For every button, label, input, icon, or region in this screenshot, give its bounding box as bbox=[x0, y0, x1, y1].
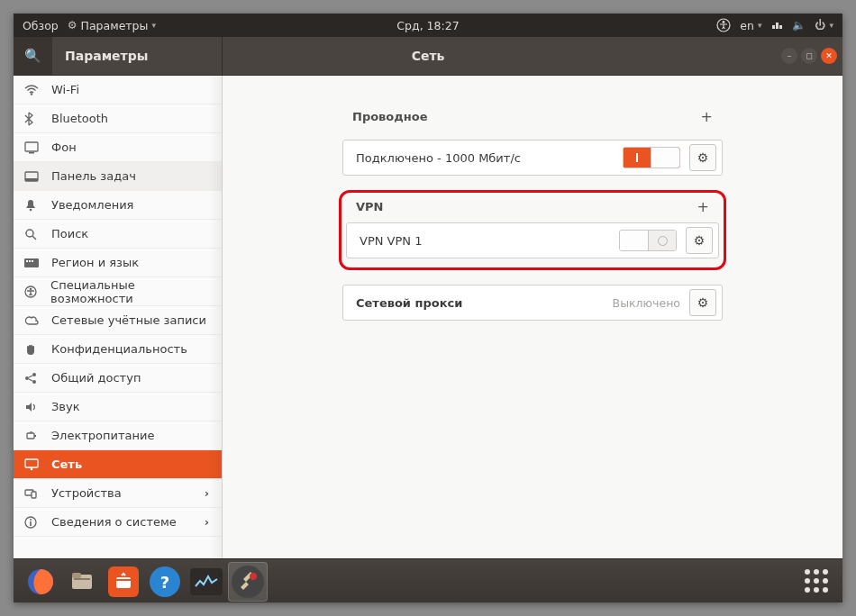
dock-show-applications[interactable] bbox=[805, 569, 830, 594]
system-menu-icon[interactable]: ⏻ bbox=[813, 20, 835, 31]
proxy-status: Выключено bbox=[613, 296, 680, 310]
clock[interactable]: Срд, 18:27 bbox=[396, 19, 459, 32]
a11y-status-icon[interactable] bbox=[715, 18, 733, 32]
sidebar-item-label: Сеть bbox=[51, 457, 82, 471]
sidebar-item-search[interactable]: Поиск bbox=[14, 220, 222, 249]
sidebar-item-devices[interactable]: Устройства › bbox=[14, 479, 222, 508]
sidebar-item-label: Специальные возможности bbox=[50, 278, 213, 305]
sidebar-item-privacy[interactable]: Конфиденциальность bbox=[14, 335, 222, 364]
hand-icon bbox=[24, 343, 41, 356]
vpn-section-title: VPN bbox=[356, 200, 383, 213]
sidebar-item-power[interactable]: Электропитание bbox=[14, 421, 222, 450]
svg-rect-6 bbox=[25, 178, 38, 181]
sidebar-item-online-accounts[interactable]: Сетевые учётные записи bbox=[14, 306, 222, 335]
network-status-icon[interactable] bbox=[769, 19, 785, 32]
sidebar-item-label: Регион и язык bbox=[51, 256, 139, 269]
sidebar-item-label: Фон bbox=[51, 140, 77, 154]
a11y-icon bbox=[24, 285, 40, 298]
sidebar-item-sound[interactable]: Звук bbox=[14, 393, 222, 421]
dock-app-system-monitor[interactable] bbox=[187, 562, 226, 602]
vpn-name-label: VPN VPN 1 bbox=[360, 234, 610, 248]
svg-point-22 bbox=[31, 467, 33, 470]
svg-rect-24 bbox=[32, 492, 36, 498]
wired-section-header: Проводное + bbox=[349, 108, 716, 125]
network-settings-content: Проводное + Подключено - 1000 Мбит/с ⚙ V… bbox=[223, 76, 842, 558]
vpn-settings-button[interactable]: ⚙ bbox=[686, 227, 713, 254]
vpn-add-button[interactable]: + bbox=[697, 198, 709, 215]
vpn-highlight-annotation: VPN + VPN VPN 1 ⚙ bbox=[339, 190, 726, 270]
dock-app-files[interactable] bbox=[62, 562, 102, 602]
activities-button[interactable]: Обзор bbox=[21, 19, 60, 32]
chevron-right-icon: › bbox=[205, 515, 213, 529]
sidebar-item-label: Уведомления bbox=[51, 198, 133, 212]
sidebar-item-about[interactable]: Сведения о системе › bbox=[14, 508, 222, 537]
sidebar-item-wifi[interactable]: Wi-Fi bbox=[14, 76, 222, 104]
svg-rect-21 bbox=[25, 459, 38, 467]
network-icon bbox=[24, 458, 41, 471]
sidebar-item-label: Сведения о системе bbox=[51, 515, 194, 529]
sidebar-item-sharing[interactable]: Общий доступ bbox=[14, 364, 222, 393]
app-menu[interactable]: ⚙ Параметры bbox=[66, 19, 158, 32]
svg-rect-11 bbox=[26, 260, 28, 262]
sidebar-item-label: Общий доступ bbox=[51, 371, 141, 385]
sidebar-item-label: Конфиденциальность bbox=[51, 342, 187, 356]
svg-point-26 bbox=[30, 519, 32, 521]
svg-rect-4 bbox=[29, 152, 34, 154]
gear-icon: ⚙ bbox=[68, 20, 77, 31]
window-minimize-button[interactable]: – bbox=[781, 48, 797, 64]
vpn-connection-row: VPN VPN 1 ⚙ bbox=[346, 222, 719, 258]
share-icon bbox=[24, 372, 41, 385]
app-menu-label: Параметры bbox=[81, 19, 149, 32]
sidebar-item-dock[interactable]: Панель задач bbox=[14, 162, 222, 191]
proxy-settings-button[interactable]: ⚙ bbox=[689, 289, 716, 316]
proxy-row: Сетевой прокси Выключено ⚙ bbox=[342, 285, 723, 321]
window-close-button[interactable]: ✕ bbox=[821, 48, 837, 64]
dock-app-help[interactable]: ? bbox=[145, 562, 185, 602]
sidebar-item-notifications[interactable]: Уведомления bbox=[14, 191, 222, 220]
sidebar-item-bluetooth[interactable]: Bluetooth bbox=[14, 104, 222, 133]
cloud-icon bbox=[24, 315, 41, 326]
svg-point-17 bbox=[25, 376, 29, 380]
sidebar-item-network[interactable]: Сеть bbox=[14, 450, 222, 479]
svg-rect-31 bbox=[74, 578, 90, 580]
vpn-toggle[interactable] bbox=[619, 230, 677, 251]
sidebar-item-label: Панель задач bbox=[51, 169, 136, 183]
sidebar-item-label: Устройства bbox=[51, 486, 194, 500]
wired-add-button[interactable]: + bbox=[701, 108, 713, 125]
headerbar-app-title: Параметры bbox=[52, 49, 222, 63]
power-icon bbox=[24, 430, 41, 442]
svg-point-8 bbox=[26, 230, 33, 237]
svg-line-9 bbox=[32, 236, 36, 240]
sidebar-item-background[interactable]: Фон bbox=[14, 133, 222, 162]
vpn-section-header: VPN + bbox=[352, 198, 713, 215]
sidebar-item-region[interactable]: Регион и язык bbox=[14, 249, 222, 277]
dock-app-tweaks[interactable] bbox=[228, 562, 268, 602]
proxy-title: Сетевой прокси bbox=[356, 296, 604, 310]
wifi-icon bbox=[24, 85, 41, 95]
window-headerbar: 🔍 Параметры Сеть – ◻ ✕ bbox=[14, 37, 842, 76]
dock-app-software[interactable] bbox=[104, 562, 143, 602]
svg-rect-32 bbox=[116, 577, 131, 588]
wired-settings-button[interactable]: ⚙ bbox=[689, 144, 716, 171]
svg-point-15 bbox=[30, 287, 32, 290]
svg-rect-19 bbox=[27, 433, 34, 439]
svg-rect-13 bbox=[32, 260, 33, 262]
settings-sidebar: Wi-Fi Bluetooth Фон Панель задач bbox=[14, 76, 223, 558]
svg-point-16 bbox=[32, 373, 36, 376]
headerbar-search-button[interactable]: 🔍 bbox=[14, 37, 52, 75]
dock-app-firefox[interactable] bbox=[21, 562, 60, 602]
wired-connection-row: Подключено - 1000 Мбит/с ⚙ bbox=[342, 140, 723, 176]
sidebar-item-a11y[interactable]: Специальные возможности bbox=[14, 277, 222, 306]
about-icon bbox=[24, 516, 41, 529]
chevron-right-icon: › bbox=[205, 486, 213, 500]
sound-icon bbox=[24, 401, 41, 413]
wired-toggle[interactable] bbox=[623, 147, 680, 168]
devices-icon bbox=[24, 487, 41, 500]
sidebar-item-label: Звук bbox=[51, 400, 80, 413]
volume-status-icon[interactable]: 🔈 bbox=[790, 20, 807, 31]
window-maximize-button[interactable]: ◻ bbox=[801, 48, 817, 64]
wired-status-label: Подключено - 1000 Мбит/с bbox=[356, 151, 614, 165]
svg-rect-10 bbox=[24, 258, 39, 267]
headerbar-page-title: Сеть bbox=[412, 49, 445, 63]
keyboard-layout-indicator[interactable]: en bbox=[738, 19, 763, 32]
